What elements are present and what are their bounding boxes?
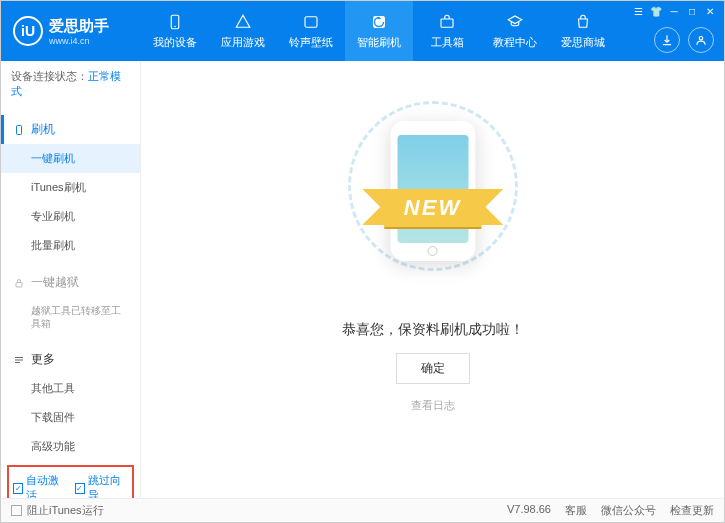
store-icon: [574, 13, 592, 31]
title-bar-controls: ☰ 👕 ─ □ ✕: [632, 5, 716, 17]
check-icon: ✓: [13, 483, 23, 494]
toolbox-icon: [438, 13, 456, 31]
user-button[interactable]: [688, 27, 714, 53]
section-label: 更多: [31, 351, 55, 368]
app-header: iU 爱思助手 www.i4.cn 我的设备 应用游戏 铃声壁纸 智能刷机 工具…: [1, 1, 724, 61]
nav-label: 工具箱: [431, 35, 464, 50]
footer-check-update[interactable]: 检查更新: [670, 503, 714, 518]
sidebar-item-advanced[interactable]: 高级功能: [1, 432, 140, 461]
sidebar: 设备连接状态：正常模式 刷机 一键刷机 iTunes刷机 专业刷机 批量刷机 一…: [1, 61, 141, 499]
sidebar-item-one-key-flash[interactable]: 一键刷机: [1, 144, 140, 173]
sidebar-item-itunes-flash[interactable]: iTunes刷机: [1, 173, 140, 202]
new-banner: NEW: [384, 189, 481, 227]
nav-label: 应用游戏: [221, 35, 265, 50]
success-illustration: NEW: [338, 111, 528, 261]
nav-smart-flash[interactable]: 智能刷机: [345, 1, 413, 61]
device-icon: [166, 13, 184, 31]
tutorial-icon: [506, 13, 524, 31]
connection-status: 设备连接状态：正常模式: [1, 61, 140, 107]
close-icon[interactable]: ✕: [704, 5, 716, 17]
skin-icon[interactable]: 👕: [650, 5, 662, 17]
nav-label: 教程中心: [493, 35, 537, 50]
svg-rect-2: [305, 16, 317, 27]
sidebar-item-other-tools[interactable]: 其他工具: [1, 374, 140, 403]
success-message: 恭喜您，保资料刷机成功啦！: [342, 321, 524, 339]
minimize-icon[interactable]: ─: [668, 5, 680, 17]
wallpaper-icon: [302, 13, 320, 31]
sidebar-item-batch-flash[interactable]: 批量刷机: [1, 231, 140, 260]
nav-label: 我的设备: [153, 35, 197, 50]
apps-icon: [234, 13, 252, 31]
sidebar-section-more[interactable]: 更多: [1, 345, 140, 374]
nav-ringtones[interactable]: 铃声壁纸: [277, 1, 345, 61]
svg-rect-6: [17, 125, 22, 134]
flash-icon: [370, 13, 388, 31]
nav-tutorials[interactable]: 教程中心: [481, 1, 549, 61]
version-text: V7.98.66: [507, 503, 551, 518]
body-area: 设备连接状态：正常模式 刷机 一键刷机 iTunes刷机 专业刷机 批量刷机 一…: [1, 61, 724, 499]
main-content: NEW 恭喜您，保资料刷机成功啦！ 确定 查看日志: [141, 61, 724, 499]
maximize-icon[interactable]: □: [686, 5, 698, 17]
sidebar-section-flash[interactable]: 刷机: [1, 115, 140, 144]
menu-icon[interactable]: ☰: [632, 5, 644, 17]
header-action-circles: [654, 27, 714, 53]
nav-store[interactable]: 爱思商城: [549, 1, 617, 61]
section-label: 刷机: [31, 121, 55, 138]
checkbox-icon: [11, 505, 22, 516]
phone-icon: [13, 124, 25, 136]
nav-my-device[interactable]: 我的设备: [141, 1, 209, 61]
confirm-button[interactable]: 确定: [396, 353, 470, 384]
logo-text-block: 爱思助手 www.i4.cn: [49, 17, 109, 46]
svg-rect-4: [441, 19, 453, 27]
svg-point-5: [699, 37, 703, 41]
app-url: www.i4.cn: [49, 36, 109, 46]
sidebar-item-download-firmware[interactable]: 下载固件: [1, 403, 140, 432]
home-button-icon: [428, 246, 438, 256]
status-bar: 阻止iTunes运行 V7.98.66 客服 微信公众号 检查更新: [1, 498, 724, 522]
svg-rect-7: [16, 282, 22, 287]
nav-label: 铃声壁纸: [289, 35, 333, 50]
footer-right: V7.98.66 客服 微信公众号 检查更新: [507, 503, 714, 518]
sidebar-jailbreak-note: 越狱工具已转移至工具箱: [1, 297, 140, 337]
svg-point-1: [174, 25, 176, 27]
nav-label: 爱思商城: [561, 35, 605, 50]
status-label: 设备连接状态：: [11, 70, 88, 82]
more-icon: [13, 354, 25, 366]
nav-apps-games[interactable]: 应用游戏: [209, 1, 277, 61]
sidebar-section-jailbreak[interactable]: 一键越狱: [1, 268, 140, 297]
download-button[interactable]: [654, 27, 680, 53]
view-log-link[interactable]: 查看日志: [411, 398, 455, 413]
checkbox-label: 阻止iTunes运行: [27, 503, 104, 518]
footer-support[interactable]: 客服: [565, 503, 587, 518]
sidebar-item-pro-flash[interactable]: 专业刷机: [1, 202, 140, 231]
footer-wechat[interactable]: 微信公众号: [601, 503, 656, 518]
checkbox-block-itunes[interactable]: 阻止iTunes运行: [11, 503, 104, 518]
nav-toolbox[interactable]: 工具箱: [413, 1, 481, 61]
section-label: 一键越狱: [31, 274, 79, 291]
nav-label: 智能刷机: [357, 35, 401, 50]
app-name: 爱思助手: [49, 17, 109, 36]
logo-area: iU 爱思助手 www.i4.cn: [1, 16, 141, 46]
logo-icon: iU: [13, 16, 43, 46]
lock-icon: [13, 277, 25, 289]
check-icon: ✓: [75, 483, 85, 494]
